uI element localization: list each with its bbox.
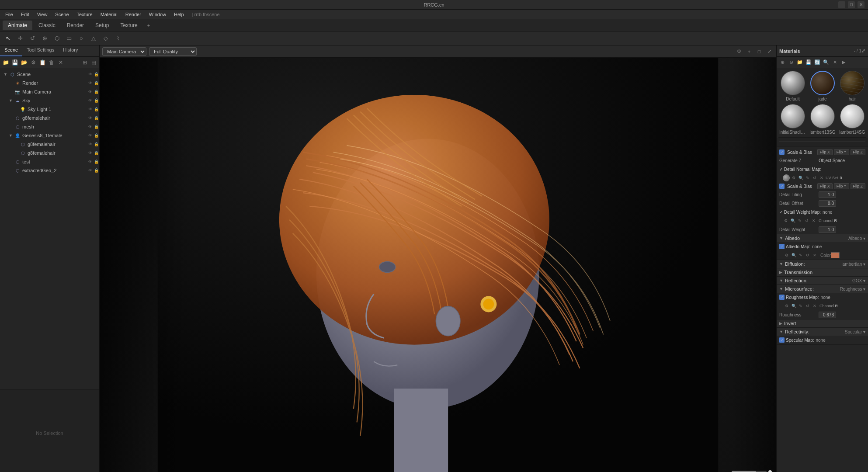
mat-add[interactable]: ⊕ [778, 59, 786, 66]
menu-scene[interactable]: Scene [52, 11, 72, 18]
icon-zoom2[interactable]: 🔍 [790, 218, 796, 224]
albedo-color-swatch[interactable] [831, 252, 840, 258]
viewport[interactable] [100, 58, 776, 472]
tree-item-main-camera[interactable]: 📷 Main Camera 👁 🔒 [0, 87, 99, 96]
flip-x2-btn[interactable]: Flip X [817, 183, 833, 189]
toolbar-copy[interactable]: 📋 [38, 59, 46, 66]
tool-5[interactable]: ⬡ [52, 33, 62, 44]
toolbar-close[interactable]: ✕ [57, 59, 65, 66]
transmission-header[interactable]: ▶ Transmission [777, 268, 868, 276]
menu-edit[interactable]: Edit [17, 11, 33, 18]
albedo-dropdown[interactable]: Albedo ▾ [848, 236, 865, 241]
roughness-map-check[interactable]: ✓ [779, 295, 785, 300]
vp-settings-icon[interactable]: ⚙ [735, 47, 743, 56]
mat-search[interactable]: 🔍 [822, 59, 830, 66]
menu-help[interactable]: Help [170, 11, 187, 18]
icon-settings2[interactable]: ⚙ [783, 218, 789, 224]
tab-render[interactable]: Render [62, 21, 89, 30]
tree-eye-gfem3[interactable]: 👁 [87, 150, 93, 156]
diffusion-dropdown[interactable]: lambertian ▾ [842, 262, 865, 267]
tool-rotate[interactable]: ↺ [27, 33, 38, 44]
tree-item-gfemhair2[interactable]: ⬡ g8femalehair 👁 🔒 [0, 140, 99, 149]
mat-refresh[interactable]: 🔄 [813, 59, 821, 66]
tree-item-gfemhair1[interactable]: ⬡ g8femalehair 👁 🔒 [0, 114, 99, 122]
tool-6[interactable]: ▭ [64, 33, 74, 44]
diffusion-header[interactable]: ▼ Diffusion: lambertian ▾ [777, 260, 868, 268]
reflection-header[interactable]: ▼ Reflection: GGX ▾ [777, 277, 868, 285]
specular-map-check[interactable]: ✓ [779, 337, 785, 343]
icon-albedo-refresh[interactable]: ↺ [805, 252, 811, 258]
tree-eye-render[interactable]: 👁 [87, 80, 93, 86]
invert-header[interactable]: ▶ Invert [777, 319, 868, 327]
icon-refresh[interactable]: ↺ [812, 175, 818, 181]
tree-eye-gfem1[interactable]: 👁 [87, 115, 93, 121]
icon-roughness-zoom[interactable]: 🔍 [791, 303, 797, 309]
tree-item-gfemhair3[interactable]: ⬡ g8femalehair 👁 🔒 [0, 149, 99, 157]
tree-eye-test[interactable]: 👁 [87, 159, 93, 165]
material-jade[interactable]: jade [809, 71, 836, 101]
menu-render[interactable]: Render [122, 11, 145, 18]
icon-albedo-zoom[interactable]: 🔍 [791, 252, 797, 258]
flip-y2-btn[interactable]: Flip Y [834, 183, 849, 189]
icon-refresh2[interactable]: ↺ [804, 218, 810, 224]
tool-7[interactable]: ○ [76, 33, 87, 44]
scalebias-check[interactable]: ✓ [779, 149, 785, 155]
material-default[interactable]: Default [779, 71, 806, 101]
icon-roughness-settings[interactable]: ⚙ [784, 303, 790, 309]
icon-roughness-refresh[interactable]: ↺ [805, 303, 811, 309]
maximize-button[interactable]: □ [848, 1, 855, 8]
panel-tab-history[interactable]: History [59, 45, 82, 56]
tree-lock-camera[interactable]: 🔒 [93, 89, 99, 95]
tree-item-mesh[interactable]: ⬡ mesh 👁 🔒 [0, 122, 99, 131]
tree-eye-genesis[interactable]: 👁 [87, 132, 93, 139]
tree-eye-mesh[interactable]: 👁 [87, 124, 93, 130]
tree-lock-sky[interactable]: 🔒 [93, 97, 99, 104]
icon-albedo-close[interactable]: ✕ [812, 252, 818, 258]
vp-add-icon[interactable]: + [745, 47, 753, 56]
microsurface-dropdown[interactable]: Roughness ▾ [840, 287, 865, 292]
material-initialshading[interactable]: InitialShadin... [779, 104, 806, 135]
flip-y-btn[interactable]: Flip Y [834, 149, 849, 155]
material-lambert14[interactable]: lambert14SG [839, 104, 866, 135]
microsurface-header[interactable]: ▼ Microsurface: Roughness ▾ [777, 285, 868, 293]
icon-close2[interactable]: ✕ [811, 218, 817, 224]
tree-lock-test[interactable]: 🔒 [93, 159, 99, 165]
material-lambert13[interactable]: lambert13SG [809, 104, 836, 135]
toolbar-settings[interactable]: ⚙ [29, 59, 37, 66]
flip-x-btn[interactable]: Flip X [817, 149, 833, 155]
tree-eye-camera[interactable]: 👁 [87, 89, 93, 95]
icon-albedo-settings[interactable]: ⚙ [784, 252, 790, 258]
panel-tab-tool-settings[interactable]: Tool Settings [22, 45, 59, 56]
tab-classic[interactable]: Classic [33, 21, 61, 30]
icon-edit[interactable]: ✎ [805, 175, 811, 181]
tree-eye-sky[interactable]: 👁 [87, 97, 93, 104]
tree-lock-extgeo[interactable]: 🔒 [93, 167, 99, 174]
mat-close[interactable]: ✕ [831, 59, 839, 66]
icon-zoom[interactable]: 🔍 [798, 175, 804, 181]
tree-item-extractedgeo[interactable]: ⬡ extractedGeo_2 👁 🔒 [0, 166, 99, 175]
toolbar-expand[interactable]: ⊞ [81, 59, 89, 66]
vp-expand-icon[interactable]: ⤢ [765, 47, 774, 56]
tree-lock-scene[interactable]: 🔒 [93, 71, 99, 77]
tree-eye-scene[interactable]: 👁 [87, 71, 93, 77]
tool-9[interactable]: ◇ [101, 33, 111, 44]
flip-z2-btn[interactable]: Flip Z [851, 183, 866, 189]
panel-expand-icon[interactable]: ⤢ [861, 48, 865, 54]
tool-select[interactable]: ↖ [3, 33, 13, 44]
reflection-dropdown[interactable]: GGX ▾ [852, 278, 865, 283]
close-button[interactable]: ✕ [858, 1, 865, 8]
tree-eye-extgeo[interactable]: 👁 [87, 167, 93, 174]
mat-folder[interactable]: 📁 [796, 59, 804, 66]
toolbar-save[interactable]: 💾 [11, 59, 19, 66]
mat-remove[interactable]: ⊖ [787, 59, 795, 66]
mat-play[interactable]: ▶ [840, 59, 847, 66]
icon-edit2[interactable]: ✎ [797, 218, 803, 224]
panel-tab-scene[interactable]: Scene [0, 45, 22, 56]
tree-lock-gfem2[interactable]: 🔒 [93, 141, 99, 147]
tab-add[interactable]: + [144, 21, 153, 30]
tree-item-sky[interactable]: ▼ ☁ Sky 👁 🔒 [0, 96, 99, 105]
icon-roughness-edit[interactable]: ✎ [798, 303, 804, 309]
menu-view[interactable]: View [34, 11, 51, 18]
tool-scale[interactable]: ⊕ [39, 33, 50, 44]
tree-item-test[interactable]: ⬡ test 👁 🔒 [0, 157, 99, 166]
